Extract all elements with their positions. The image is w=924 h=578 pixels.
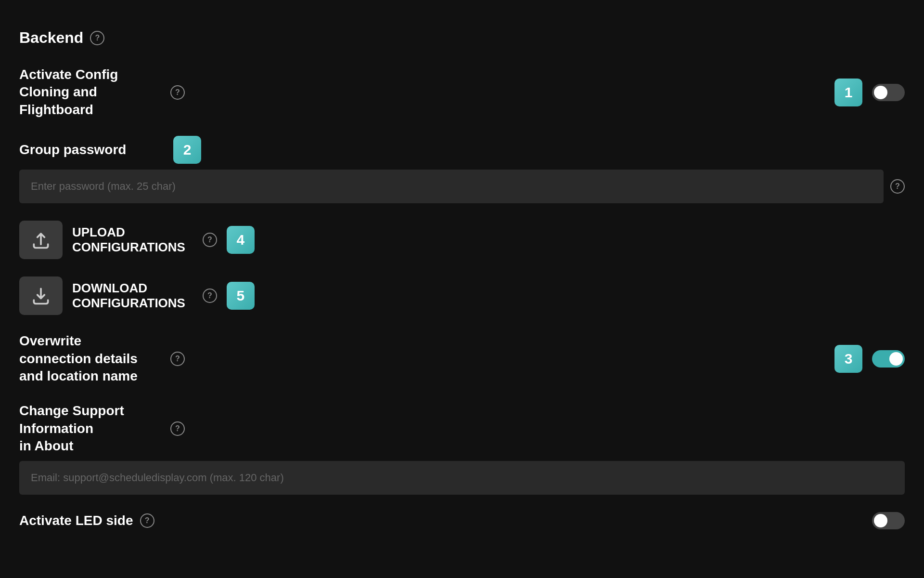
download-configurations-label: DOWNLOAD CONFIGURATIONS	[72, 281, 185, 311]
activate-led-toggle[interactable]	[872, 512, 905, 529]
upload-button[interactable]	[19, 221, 63, 259]
overwrite-connection-badge: 3	[834, 345, 862, 373]
password-input[interactable]	[19, 170, 884, 203]
download-button[interactable]	[19, 276, 63, 315]
activate-config-row: Activate Config Cloning and Flightboard …	[19, 66, 905, 118]
overwrite-connection-toggle-container: 3	[834, 345, 905, 373]
activate-led-row: Activate LED side ?	[19, 512, 905, 529]
backend-help-icon[interactable]: ?	[90, 31, 104, 45]
email-input[interactable]	[19, 461, 905, 495]
activate-config-badge: 1	[834, 79, 862, 106]
overwrite-help-icon[interactable]: ?	[170, 352, 185, 366]
download-help-icon[interactable]: ?	[203, 289, 217, 303]
activate-config-label: Activate Config Cloning and Flightboard	[19, 66, 164, 118]
overwrite-connection-label: Overwrite connection details and locatio…	[19, 332, 164, 385]
overwrite-connection-row: Overwrite connection details and locatio…	[19, 332, 905, 385]
upload-help-icon[interactable]: ?	[203, 233, 217, 247]
upload-configurations-label: UPLOAD CONFIGURATIONS	[72, 225, 185, 255]
change-support-label: Change Support Information in About	[19, 402, 164, 455]
activate-led-help-icon[interactable]: ?	[140, 513, 154, 528]
upload-configurations-badge: 4	[227, 226, 255, 254]
download-configurations-badge: 5	[227, 282, 255, 310]
activate-led-label: Activate LED side ?	[19, 513, 154, 528]
page-title: Backend ?	[19, 29, 905, 47]
change-support-row: Change Support Information in About ?	[19, 402, 905, 455]
upload-icon	[30, 229, 51, 250]
group-password-badge: 2	[173, 136, 201, 164]
password-help-icon[interactable]: ?	[890, 179, 905, 194]
overwrite-connection-toggle[interactable]	[872, 350, 905, 368]
activate-config-toggle[interactable]	[872, 84, 905, 101]
activate-led-toggle-container	[872, 512, 905, 529]
password-input-row: ?	[19, 170, 905, 203]
download-icon	[30, 285, 51, 306]
activate-config-toggle-container: 1	[834, 79, 905, 106]
change-support-help-icon[interactable]: ?	[170, 421, 185, 436]
upload-configurations-row: UPLOAD CONFIGURATIONS ? 4	[19, 221, 905, 259]
download-configurations-row: DOWNLOAD CONFIGURATIONS ? 5	[19, 276, 905, 315]
group-password-label: Group password	[19, 141, 164, 158]
activate-config-help-icon[interactable]: ?	[170, 85, 185, 100]
group-password-row: Group password 2	[19, 136, 905, 164]
title-text: Backend	[19, 29, 83, 47]
